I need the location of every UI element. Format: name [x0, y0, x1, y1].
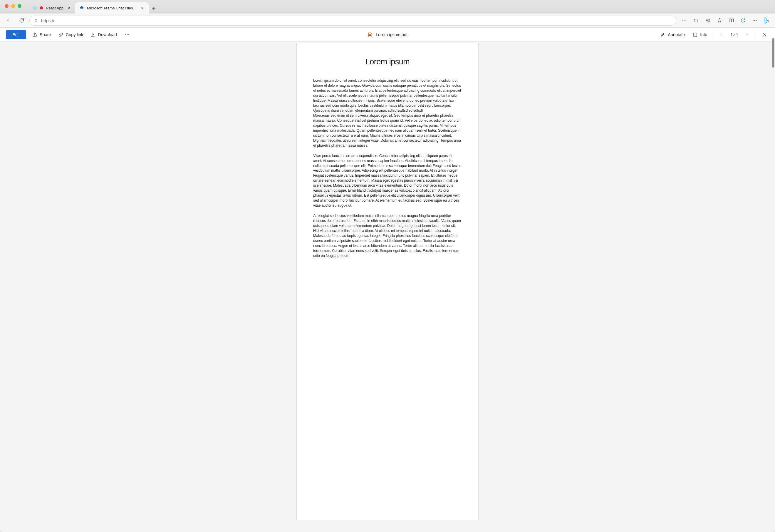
next-page-button[interactable] [745, 32, 749, 37]
document-paragraph: Vitae purus faucibus ornare suspendisse.… [313, 153, 462, 208]
download-icon [90, 32, 95, 37]
highlighter-icon [660, 32, 665, 37]
bing-chat-button[interactable] [761, 16, 771, 26]
tab-close-button[interactable] [140, 6, 144, 10]
window-minimize-button[interactable] [11, 4, 15, 8]
settings-more-button[interactable] [750, 16, 760, 26]
document-paragraph: Ac feugiat sed lectus vestibulum mattis … [313, 213, 462, 258]
prev-page-button[interactable] [719, 32, 724, 37]
nav-refresh-button[interactable] [16, 16, 26, 26]
more-actions-button[interactable] [123, 30, 132, 39]
copy-link-label: Copy link [66, 32, 83, 37]
svg-point-15 [125, 34, 126, 35]
url-text: https:// [41, 18, 54, 23]
document-paragraph: Lorem ipsum dolor sit amet, consectetur … [313, 78, 462, 113]
tab-title: Microsoft Teams Chat Files - O [87, 6, 137, 10]
svg-point-13 [754, 20, 755, 21]
share-icon [32, 32, 37, 37]
svg-point-12 [753, 20, 754, 21]
info-label: Info [700, 32, 707, 37]
favorites-button[interactable] [715, 16, 724, 26]
annotate-button[interactable]: Annotate [659, 30, 686, 39]
collections-button[interactable] [738, 16, 748, 26]
document-viewport[interactable]: Lorem ipsum Lorem ipsum dolor sit amet, … [0, 42, 775, 532]
lock-icon [34, 18, 38, 23]
tab-react-app[interactable]: React App [28, 2, 75, 14]
window-close-button[interactable] [5, 4, 9, 8]
tab-close-button[interactable] [66, 6, 71, 10]
download-button[interactable]: Download [89, 30, 118, 39]
svg-point-14 [756, 20, 756, 21]
separator [714, 31, 714, 38]
react-favicon-icon [32, 6, 37, 10]
svg-point-7 [685, 20, 686, 21]
svg-rect-18 [369, 34, 371, 36]
pdf-toolbar: Edit Share Copy link Download [0, 28, 775, 42]
window-maximize-button[interactable] [18, 4, 21, 8]
page-navigation: 1 ∕ 1 [719, 32, 749, 37]
link-icon [58, 32, 63, 37]
close-viewer-button[interactable] [760, 30, 769, 39]
info-icon [692, 32, 698, 37]
split-screen-button[interactable] [726, 16, 736, 26]
separator [755, 31, 755, 38]
svg-point-6 [684, 20, 685, 21]
document-title-text: Lorem ipsum.pdf [376, 32, 408, 37]
titlebar: React App Microsoft Teams Chat Files - O [0, 0, 775, 14]
tab-teams-files[interactable]: Microsoft Teams Chat Files - O [75, 2, 149, 14]
copy-link-button[interactable]: Copy link [57, 30, 85, 39]
edit-button-label: Edit [12, 32, 20, 37]
read-aloud-button[interactable]: A [703, 16, 713, 26]
url-input[interactable]: https:// [29, 16, 676, 26]
svg-point-5 [682, 20, 683, 21]
pdf-page: Lorem ipsum Lorem ipsum dolor sit amet, … [296, 43, 479, 520]
svg-rect-4 [35, 20, 37, 22]
svg-rect-8 [694, 19, 697, 22]
svg-point-0 [34, 8, 35, 9]
nav-back-button[interactable] [4, 16, 14, 26]
share-button[interactable]: Share [31, 30, 52, 39]
download-label: Download [98, 32, 117, 37]
document-paragraph: Maecenas sed enim ut sem viverra aliquet… [313, 113, 462, 148]
document-title-display: Lorem ipsum.pdf [367, 32, 408, 37]
svg-rect-10 [729, 19, 731, 22]
overflow-button[interactable] [679, 16, 689, 26]
edit-button[interactable]: Edit [6, 30, 26, 39]
svg-rect-11 [732, 19, 733, 22]
svg-point-17 [128, 34, 129, 35]
annotate-label: Annotate [668, 32, 685, 37]
address-bar: https:// A [0, 14, 775, 28]
extensions-button[interactable] [691, 16, 701, 26]
new-tab-button[interactable] [149, 4, 159, 14]
tab-strip: React App Microsoft Teams Chat Files - O [28, 0, 159, 14]
window-controls [5, 4, 21, 8]
info-button[interactable]: Info [691, 30, 708, 39]
onedrive-favicon-icon [79, 6, 84, 10]
tab-title: React App [46, 6, 63, 10]
browser-actions: A [679, 16, 771, 26]
browser-window: React App Microsoft Teams Chat Files - O [0, 0, 775, 532]
recording-indicator-icon [40, 6, 43, 9]
document-heading: Lorem ipsum [313, 57, 462, 66]
share-label: Share [40, 32, 51, 37]
pdf-file-icon [367, 32, 373, 37]
svg-point-16 [127, 34, 127, 35]
page-indicator: 1 ∕ 1 [730, 32, 738, 37]
scrollbar-thumb[interactable] [772, 38, 774, 68]
svg-text:A: A [706, 19, 708, 22]
